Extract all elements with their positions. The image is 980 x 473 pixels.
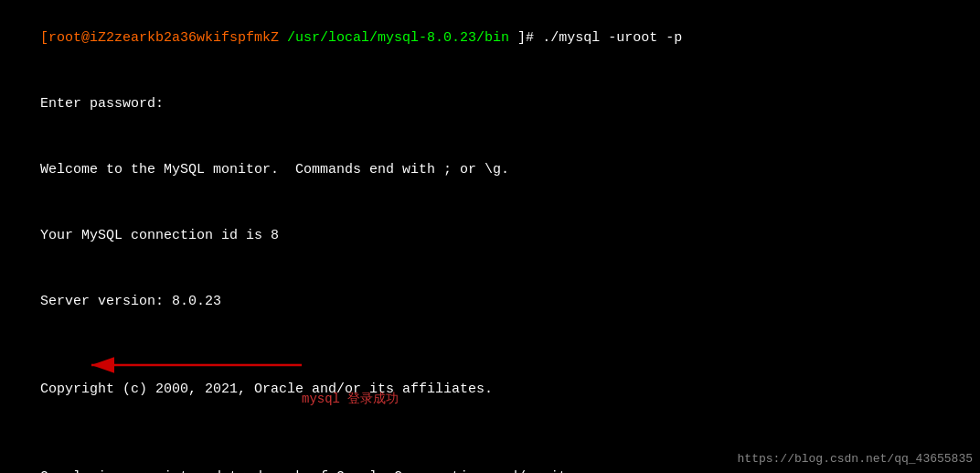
annotation-label: mysql 登录成功 <box>302 391 399 407</box>
connection-id: Your MySQL connection id is 8 <box>40 228 279 243</box>
output-line6: Copyright (c) 2000, 2021, Oracle and/or … <box>7 357 973 423</box>
empty-line2 <box>7 423 973 445</box>
output-line2: Welcome to the MySQL monitor. Commands e… <box>7 137 973 203</box>
watermark: https://blog.csdn.net/qq_43655835 <box>738 452 973 466</box>
prompt-user: [root@iZ2zearkb2a36wkifspfmkZ <box>40 30 279 46</box>
copyright-line: Copyright (c) 2000, 2021, Oracle and/or … <box>40 382 493 397</box>
prompt-symbol: ]# <box>509 30 534 46</box>
prompt-path: /usr/local/mysql-8.0.23/bin <box>279 30 509 46</box>
server-version: Server version: 8.0.23 <box>40 294 221 309</box>
empty-line1 <box>7 335 973 357</box>
welcome-line: Welcome to the MySQL monitor. Commands e… <box>40 162 509 177</box>
output-line1: Enter password: <box>7 71 973 137</box>
oracle-line1: Oracle is a registered trademark of Orac… <box>40 469 575 473</box>
terminal-window: [root@iZ2zearkb2a36wkifspfmkZ /usr/local… <box>0 0 980 473</box>
output-line4: Server version: 8.0.23 <box>7 269 973 335</box>
output-line3: Your MySQL connection id is 8 <box>7 203 973 269</box>
command-line: [root@iZ2zearkb2a36wkifspfmkZ /usr/local… <box>7 5 973 71</box>
enter-password: Enter password: <box>40 96 164 112</box>
command-text: ./mysql -uroot -p <box>534 30 682 46</box>
